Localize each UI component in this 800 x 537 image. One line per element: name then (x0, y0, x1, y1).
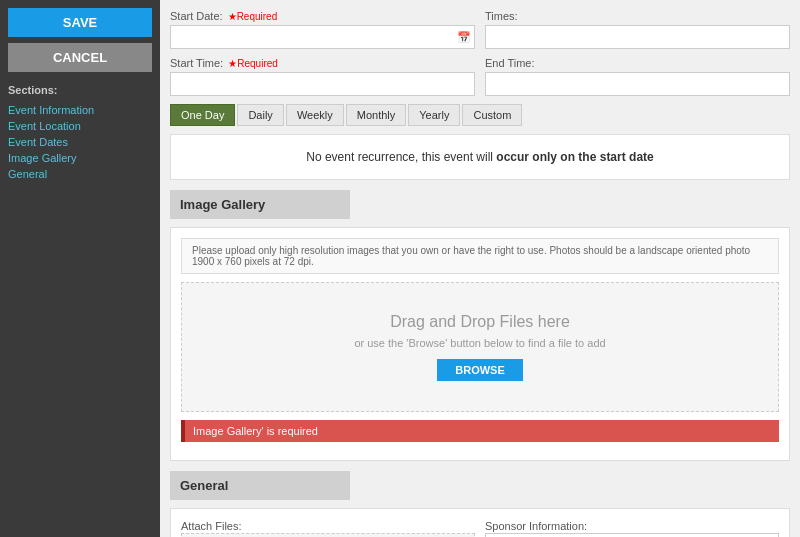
start-date-wrapper: 📅 (170, 25, 475, 49)
start-time-group: Start Time: ★Required (170, 57, 475, 96)
general-two-col: Attach Files: Drag and Drop File To Page… (181, 519, 779, 537)
general-container: Attach Files: Drag and Drop File To Page… (170, 508, 790, 537)
image-browse-button[interactable]: BROWSE (437, 359, 523, 381)
image-gallery-container: Please upload only high resolution image… (170, 227, 790, 461)
save-button[interactable]: SAVE (8, 8, 152, 37)
times-label: Times: (485, 10, 790, 22)
end-time-group: End Time: (485, 57, 790, 96)
sidebar-item-event-information[interactable]: Event Information (8, 102, 152, 118)
recurrence-monthly[interactable]: Monthly (346, 104, 407, 126)
attach-files-label: Attach Files: (181, 520, 242, 532)
sponsor-textarea[interactable] (485, 533, 779, 537)
end-time-input[interactable] (485, 72, 790, 96)
gallery-notice: Please upload only high resolution image… (181, 238, 779, 274)
recurrence-custom[interactable]: Custom (462, 104, 522, 126)
start-time-label: Start Time: ★Required (170, 57, 475, 69)
general-right-col: Sponsor Information: (485, 519, 779, 537)
sections-label: Sections: (8, 84, 152, 96)
start-date-input[interactable] (170, 25, 475, 49)
end-time-label: End Time: (485, 57, 790, 69)
image-upload-area[interactable]: Drag and Drop Files here or use the 'Bro… (181, 282, 779, 412)
times-group: Times: (485, 10, 790, 49)
recurrence-weekly[interactable]: Weekly (286, 104, 344, 126)
image-gallery-section: Image Gallery Please upload only high re… (170, 190, 790, 461)
recurrence-daily[interactable]: Daily (237, 104, 283, 126)
cancel-button[interactable]: CANCEL (8, 43, 152, 72)
sponsor-label: Sponsor Information: (485, 520, 587, 532)
main-content: Start Date: ★Required 📅 Times: Start Tim… (160, 0, 800, 537)
general-left-col: Attach Files: Drag and Drop File To Page… (181, 519, 475, 537)
recurrence-yearly[interactable]: Yearly (408, 104, 460, 126)
sidebar-item-event-location[interactable]: Event Location (8, 118, 152, 134)
start-date-required: ★Required (228, 11, 278, 22)
sidebar-item-general[interactable]: General (8, 166, 152, 182)
sidebar: SAVE CANCEL Sections: Event Information … (0, 0, 160, 537)
general-header: General (170, 471, 350, 500)
date-time-row: Start Date: ★Required 📅 Times: (170, 10, 790, 49)
recurrence-buttons: One Day Daily Weekly Monthly Yearly Cust… (170, 104, 790, 126)
image-drag-sub: or use the 'Browse' button below to find… (212, 337, 748, 349)
general-section: General Attach Files: Drag and Drop File… (170, 471, 790, 537)
times-input[interactable] (485, 25, 790, 49)
time-row: Start Time: ★Required End Time: (170, 57, 790, 96)
start-date-group: Start Date: ★Required 📅 (170, 10, 475, 49)
recurrence-one-day[interactable]: One Day (170, 104, 235, 126)
image-gallery-header: Image Gallery (170, 190, 350, 219)
sidebar-item-image-gallery[interactable]: Image Gallery (8, 150, 152, 166)
start-time-input[interactable] (170, 72, 475, 96)
image-gallery-error: Image Gallery' is required (181, 420, 779, 442)
recurrence-notice-text: No event recurrence, this event will occ… (306, 150, 653, 164)
attach-upload-area[interactable]: Drag and Drop File To Page or use the 'B… (181, 533, 475, 537)
calendar-icon[interactable]: 📅 (457, 31, 471, 44)
image-drag-title: Drag and Drop Files here (212, 313, 748, 331)
sidebar-item-event-dates[interactable]: Event Dates (8, 134, 152, 150)
start-date-label: Start Date: ★Required (170, 10, 475, 22)
start-time-required: ★Required (228, 58, 278, 69)
recurrence-notice: No event recurrence, this event will occ… (170, 134, 790, 180)
